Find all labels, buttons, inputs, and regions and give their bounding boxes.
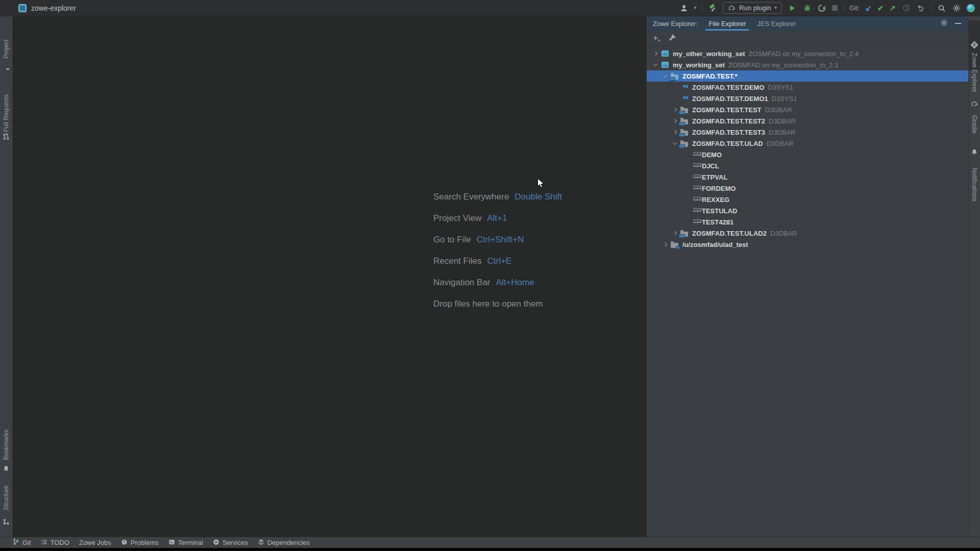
user-account-icon[interactable]: [679, 4, 689, 13]
tree-row[interactable]: MEMTEST4281: [647, 216, 968, 228]
tree-item-label: /u/zosmfad/ulad_test: [682, 241, 748, 248]
tree-row[interactable]: my_working_setZOSMFAD on my_connection_t…: [647, 59, 968, 70]
statusbar-item-git[interactable]: Git: [12, 538, 31, 547]
tree-row[interactable]: /u/zosmfad/ulad_test: [647, 239, 968, 250]
search-icon[interactable]: [937, 4, 946, 13]
terminal-icon: [168, 539, 175, 547]
tree-row[interactable]: MEMETPVAL: [647, 171, 968, 183]
code-with-me-icon[interactable]: [967, 4, 975, 12]
tree-row[interactable]: MEMREXXEG: [647, 194, 968, 205]
tree-item-label: ZOSMFAD.TEST.TEST: [692, 106, 762, 114]
tree-row[interactable]: DSZOSMFAD.TEST.TEST3D3DBAR: [647, 127, 968, 138]
tree-row[interactable]: MEMTESTULAD: [647, 205, 968, 216]
git-commit-icon[interactable]: ✔: [877, 4, 884, 12]
git-update-icon[interactable]: ↙: [865, 4, 872, 12]
tree-row[interactable]: DSZOSMFAD.TEST.ULAD2D3DBAR: [647, 228, 968, 239]
notifications-bell-icon[interactable]: [971, 148, 978, 158]
add-button[interactable]: +▾: [653, 34, 660, 43]
statusbar-item-terminal[interactable]: Terminal: [168, 539, 203, 547]
chevron-spacer: [680, 171, 689, 183]
shortcut-label: Recent Files: [433, 256, 481, 266]
chevron-down-icon[interactable]: ▾: [694, 6, 697, 10]
zowe-explorer-icon[interactable]: Z: [972, 42, 977, 48]
stripe-item-notifications[interactable]: Notifications: [971, 168, 978, 201]
statusbar-item-todo[interactable]: TODO: [41, 539, 69, 547]
chevron-collapsed-icon[interactable]: [670, 104, 679, 115]
statusbar-item-dependencies[interactable]: Dependencies: [258, 539, 310, 547]
build-hammer-icon[interactable]: [708, 4, 717, 13]
stop-icon[interactable]: [832, 5, 838, 11]
bookmark-icon[interactable]: [3, 465, 10, 474]
tree-row[interactable]: DSZOSMFAD.TEST.ULADD3DBAR: [647, 138, 968, 149]
ps-icon: PS: [679, 94, 690, 103]
window-title: zowe-explorer: [31, 4, 76, 12]
gradle-icon[interactable]: [971, 99, 978, 109]
tree-item-annotation: ZOSMFAD on my_connection_to_2.3: [728, 61, 838, 69]
chevron-down-icon: ▾: [775, 6, 777, 10]
tree-row[interactable]: MEMDJCL: [647, 160, 968, 171]
tree-row[interactable]: MEMFORDEMO: [647, 183, 968, 194]
chevron-expanded-icon[interactable]: [651, 59, 659, 70]
tree-row[interactable]: DSZOSMFAD.TEST.TEST2D3DBAR: [647, 115, 968, 127]
history-icon[interactable]: [901, 4, 911, 13]
shortcut-label: Navigation Bar: [433, 278, 491, 288]
editor-area[interactable]: Search EverywhereDouble ShiftProject Vie…: [13, 16, 646, 537]
stripe-item-project[interactable]: Project: [3, 39, 10, 58]
stripe-item-pull-requests[interactable]: Pull Requests: [3, 94, 10, 132]
chevron-collapsed-icon[interactable]: [670, 115, 679, 127]
tab-file-explorer[interactable]: File Explorer: [705, 16, 749, 31]
shortcut-hint-row: Search EverywhereDouble Shift: [433, 192, 562, 201]
stripe-item-bookmarks[interactable]: Bookmarks: [3, 430, 10, 460]
tree-row[interactable]: MEMDEMO: [647, 149, 968, 160]
tree-item-label: ZOSMFAD.TEST.DEMO1: [692, 95, 768, 103]
git-push-icon[interactable]: ↗: [889, 4, 896, 12]
tree-item-label: FORDEMO: [702, 185, 736, 192]
chevron-expanded-icon[interactable]: [670, 138, 679, 149]
uss-folder-icon: [669, 240, 680, 249]
debug-icon[interactable]: [802, 4, 812, 13]
shortcut-label: Search Everywhere: [433, 192, 509, 202]
chevron-spacer: [680, 216, 689, 228]
tree-item-annotation: ZOSMFAD on my_connection_to_2.4: [749, 50, 859, 58]
structure-icon[interactable]: [3, 518, 10, 527]
tree-item-label: ZOSMFAD.TEST.TEST3: [692, 129, 765, 136]
member-icon: MEM: [689, 217, 699, 227]
chevron-collapsed-icon[interactable]: [660, 239, 669, 250]
chevron-collapsed-icon[interactable]: [670, 127, 679, 138]
chevron-expanded-icon[interactable]: [660, 70, 669, 82]
stripe-item-gradle[interactable]: Gradle: [971, 115, 978, 134]
chevron-collapsed-icon[interactable]: [670, 228, 679, 239]
profiler-icon[interactable]: [817, 4, 826, 13]
tree-item-label: ZOSMFAD.TEST.ULAD: [692, 140, 763, 147]
statusbar-item-services[interactable]: Services: [213, 539, 248, 547]
run-configuration-select[interactable]: Run plugin ▾: [723, 2, 782, 14]
statusbar-item-problems[interactable]: Problems: [121, 539, 159, 547]
stripe-item-zowe-explorer[interactable]: Zowe Explorer: [971, 53, 978, 92]
pds-icon: DS: [679, 229, 690, 238]
rollback-icon[interactable]: [916, 4, 925, 13]
tool-window-settings-icon[interactable]: [940, 19, 948, 28]
run-icon[interactable]: [788, 4, 797, 13]
todo-list-icon: [41, 539, 47, 547]
member-icon: MEM: [689, 172, 699, 182]
tree-item-annotation: D3DBAR: [767, 140, 794, 147]
tree-row[interactable]: PSZOSMFAD.TEST.DEMOD3SYS1: [647, 82, 968, 93]
statusbar-item-zowe-jobs[interactable]: Zowe Jobs: [79, 539, 111, 546]
git-widget-label: Git:: [849, 4, 860, 12]
settings-gear-icon[interactable]: [952, 4, 961, 13]
tool-window-toolbar: +▾: [647, 31, 968, 46]
tree-item-label: my_working_set: [673, 61, 725, 69]
tree-row[interactable]: DSZOSMFAD.TEST.*: [647, 70, 968, 82]
tree-row[interactable]: DSZOSMFAD.TEST.TESTD3DBAR: [647, 104, 968, 115]
stripe-item-structure[interactable]: Structure: [3, 486, 10, 511]
chevron-spacer: [670, 82, 679, 93]
tree-row[interactable]: PSZOSMFAD.TEST.DEMO1D3SYS1: [647, 93, 968, 104]
pull-request-icon[interactable]: [3, 133, 10, 143]
zowe-explorer-tool-window: Zowe Explorer: File Explorer JES Explore…: [646, 16, 968, 537]
wrench-settings-icon[interactable]: [669, 34, 676, 43]
tree-item-label: REXXEG: [702, 196, 729, 204]
tab-jes-explorer[interactable]: JES Explorer: [754, 16, 799, 31]
tree-row[interactable]: my_other_working_setZOSMFAD on my_connec…: [647, 48, 968, 59]
hide-tool-window-icon[interactable]: [955, 23, 961, 24]
chevron-collapsed-icon[interactable]: [651, 48, 659, 59]
